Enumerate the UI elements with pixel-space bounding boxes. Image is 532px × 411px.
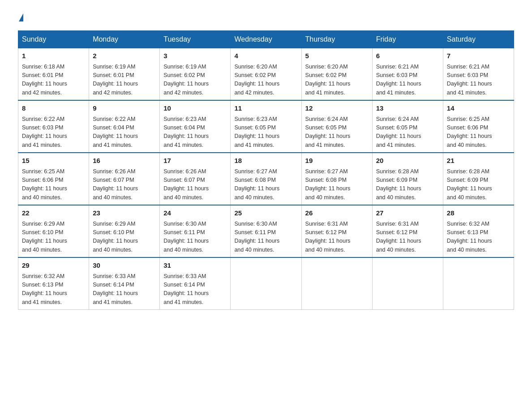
day-number: 28 bbox=[447, 208, 510, 218]
day-number: 30 bbox=[93, 261, 156, 271]
page-header bbox=[18, 13, 514, 21]
calendar-cell: 8 Sunrise: 6:22 AMSunset: 6:03 PMDayligh… bbox=[18, 100, 89, 153]
day-number: 10 bbox=[163, 103, 227, 114]
calendar-cell: 7 Sunrise: 6:21 AMSunset: 6:03 PMDayligh… bbox=[443, 48, 514, 101]
day-info: Sunrise: 6:29 AMSunset: 6:10 PMDaylight:… bbox=[22, 221, 67, 253]
calendar-cell bbox=[372, 257, 443, 310]
day-info: Sunrise: 6:29 AMSunset: 6:10 PMDaylight:… bbox=[93, 221, 138, 253]
day-number: 14 bbox=[447, 103, 510, 114]
day-info: Sunrise: 6:26 AMSunset: 6:07 PMDaylight:… bbox=[163, 168, 209, 201]
calendar-cell: 15 Sunrise: 6:25 AMSunset: 6:06 PMDaylig… bbox=[18, 153, 89, 205]
calendar-cell: 29 Sunrise: 6:32 AMSunset: 6:13 PMDaylig… bbox=[18, 257, 89, 310]
day-info: Sunrise: 6:26 AMSunset: 6:07 PMDaylight:… bbox=[93, 168, 138, 201]
day-number: 5 bbox=[305, 51, 369, 61]
calendar-cell: 23 Sunrise: 6:29 AMSunset: 6:10 PMDaylig… bbox=[89, 205, 160, 257]
day-info: Sunrise: 6:33 AMSunset: 6:14 PMDaylight:… bbox=[163, 273, 209, 305]
day-number: 19 bbox=[305, 156, 369, 166]
day-info: Sunrise: 6:21 AMSunset: 6:03 PMDaylight:… bbox=[376, 64, 421, 96]
calendar-cell bbox=[231, 257, 301, 310]
day-info: Sunrise: 6:30 AMSunset: 6:11 PMDaylight:… bbox=[234, 221, 279, 253]
col-header-sunday: Sunday bbox=[18, 31, 89, 48]
day-info: Sunrise: 6:20 AMSunset: 6:02 PMDaylight:… bbox=[305, 64, 351, 96]
col-header-monday: Monday bbox=[89, 31, 160, 48]
day-info: Sunrise: 6:21 AMSunset: 6:03 PMDaylight:… bbox=[447, 64, 492, 96]
calendar-cell: 14 Sunrise: 6:25 AMSunset: 6:06 PMDaylig… bbox=[443, 100, 514, 153]
calendar-week-row: 1 Sunrise: 6:18 AMSunset: 6:01 PMDayligh… bbox=[18, 48, 514, 101]
day-info: Sunrise: 6:18 AMSunset: 6:01 PMDaylight:… bbox=[22, 64, 67, 96]
calendar-cell: 11 Sunrise: 6:23 AMSunset: 6:05 PMDaylig… bbox=[231, 100, 301, 153]
calendar-cell bbox=[443, 257, 514, 310]
calendar-cell: 30 Sunrise: 6:33 AMSunset: 6:14 PMDaylig… bbox=[89, 257, 160, 310]
day-info: Sunrise: 6:31 AMSunset: 6:12 PMDaylight:… bbox=[376, 221, 421, 253]
calendar-week-row: 22 Sunrise: 6:29 AMSunset: 6:10 PMDaylig… bbox=[18, 205, 514, 257]
day-number: 2 bbox=[93, 51, 156, 61]
day-number: 21 bbox=[447, 156, 510, 166]
day-info: Sunrise: 6:27 AMSunset: 6:08 PMDaylight:… bbox=[305, 168, 351, 201]
day-number: 6 bbox=[376, 51, 439, 61]
calendar-cell: 1 Sunrise: 6:18 AMSunset: 6:01 PMDayligh… bbox=[18, 48, 89, 101]
day-info: Sunrise: 6:32 AMSunset: 6:13 PMDaylight:… bbox=[22, 273, 67, 305]
day-number: 1 bbox=[22, 51, 85, 61]
day-info: Sunrise: 6:22 AMSunset: 6:03 PMDaylight:… bbox=[22, 116, 67, 148]
day-number: 31 bbox=[163, 261, 227, 271]
calendar-cell: 13 Sunrise: 6:24 AMSunset: 6:05 PMDaylig… bbox=[372, 100, 443, 153]
day-info: Sunrise: 6:20 AMSunset: 6:02 PMDaylight:… bbox=[234, 64, 279, 96]
day-number: 18 bbox=[234, 156, 297, 166]
calendar-header-row: SundayMondayTuesdayWednesdayThursdayFrid… bbox=[18, 31, 514, 48]
calendar-cell: 19 Sunrise: 6:27 AMSunset: 6:08 PMDaylig… bbox=[301, 153, 372, 205]
calendar-cell: 5 Sunrise: 6:20 AMSunset: 6:02 PMDayligh… bbox=[301, 48, 372, 101]
day-number: 27 bbox=[376, 208, 439, 218]
calendar-cell: 27 Sunrise: 6:31 AMSunset: 6:12 PMDaylig… bbox=[372, 205, 443, 257]
day-info: Sunrise: 6:23 AMSunset: 6:05 PMDaylight:… bbox=[234, 116, 279, 148]
day-number: 9 bbox=[93, 103, 156, 114]
day-info: Sunrise: 6:32 AMSunset: 6:13 PMDaylight:… bbox=[447, 221, 492, 253]
day-number: 23 bbox=[93, 208, 156, 218]
day-number: 26 bbox=[305, 208, 369, 218]
calendar-cell: 4 Sunrise: 6:20 AMSunset: 6:02 PMDayligh… bbox=[231, 48, 301, 101]
calendar-week-row: 15 Sunrise: 6:25 AMSunset: 6:06 PMDaylig… bbox=[18, 153, 514, 205]
day-number: 29 bbox=[22, 261, 85, 271]
day-number: 13 bbox=[376, 103, 439, 114]
calendar-cell: 16 Sunrise: 6:26 AMSunset: 6:07 PMDaylig… bbox=[89, 153, 160, 205]
day-number: 17 bbox=[163, 156, 227, 166]
col-header-friday: Friday bbox=[372, 31, 443, 48]
logo bbox=[18, 13, 23, 21]
day-info: Sunrise: 6:19 AMSunset: 6:01 PMDaylight:… bbox=[93, 64, 138, 96]
day-number: 22 bbox=[22, 208, 85, 218]
day-info: Sunrise: 6:28 AMSunset: 6:09 PMDaylight:… bbox=[447, 168, 492, 201]
calendar-cell: 3 Sunrise: 6:19 AMSunset: 6:02 PMDayligh… bbox=[160, 48, 231, 101]
col-header-wednesday: Wednesday bbox=[231, 31, 301, 48]
calendar-week-row: 8 Sunrise: 6:22 AMSunset: 6:03 PMDayligh… bbox=[18, 100, 514, 153]
day-info: Sunrise: 6:31 AMSunset: 6:12 PMDaylight:… bbox=[305, 221, 351, 253]
col-header-tuesday: Tuesday bbox=[160, 31, 231, 48]
day-number: 20 bbox=[376, 156, 439, 166]
calendar-cell: 17 Sunrise: 6:26 AMSunset: 6:07 PMDaylig… bbox=[160, 153, 231, 205]
calendar-cell: 31 Sunrise: 6:33 AMSunset: 6:14 PMDaylig… bbox=[160, 257, 231, 310]
day-number: 25 bbox=[234, 208, 297, 218]
calendar-cell: 2 Sunrise: 6:19 AMSunset: 6:01 PMDayligh… bbox=[89, 48, 160, 101]
calendar-cell: 6 Sunrise: 6:21 AMSunset: 6:03 PMDayligh… bbox=[372, 48, 443, 101]
day-number: 24 bbox=[163, 208, 227, 218]
day-info: Sunrise: 6:27 AMSunset: 6:08 PMDaylight:… bbox=[234, 168, 279, 201]
calendar-cell: 25 Sunrise: 6:30 AMSunset: 6:11 PMDaylig… bbox=[231, 205, 301, 257]
calendar-cell: 10 Sunrise: 6:23 AMSunset: 6:04 PMDaylig… bbox=[160, 100, 231, 153]
day-number: 8 bbox=[22, 103, 85, 114]
day-info: Sunrise: 6:30 AMSunset: 6:11 PMDaylight:… bbox=[163, 221, 209, 253]
day-number: 4 bbox=[234, 51, 297, 61]
calendar-cell: 12 Sunrise: 6:24 AMSunset: 6:05 PMDaylig… bbox=[301, 100, 372, 153]
day-info: Sunrise: 6:19 AMSunset: 6:02 PMDaylight:… bbox=[163, 64, 209, 96]
day-number: 15 bbox=[22, 156, 85, 166]
day-info: Sunrise: 6:22 AMSunset: 6:04 PMDaylight:… bbox=[93, 116, 138, 148]
calendar-cell: 21 Sunrise: 6:28 AMSunset: 6:09 PMDaylig… bbox=[443, 153, 514, 205]
day-number: 12 bbox=[305, 103, 369, 114]
day-number: 11 bbox=[234, 103, 297, 114]
calendar-cell: 22 Sunrise: 6:29 AMSunset: 6:10 PMDaylig… bbox=[18, 205, 89, 257]
day-number: 7 bbox=[447, 51, 510, 61]
calendar-cell bbox=[301, 257, 372, 310]
day-info: Sunrise: 6:23 AMSunset: 6:04 PMDaylight:… bbox=[163, 116, 209, 148]
day-number: 16 bbox=[93, 156, 156, 166]
day-info: Sunrise: 6:24 AMSunset: 6:05 PMDaylight:… bbox=[376, 116, 421, 148]
calendar-table: SundayMondayTuesdayWednesdayThursdayFrid… bbox=[18, 30, 514, 310]
logo-triangle-icon bbox=[19, 13, 23, 21]
col-header-saturday: Saturday bbox=[443, 31, 514, 48]
